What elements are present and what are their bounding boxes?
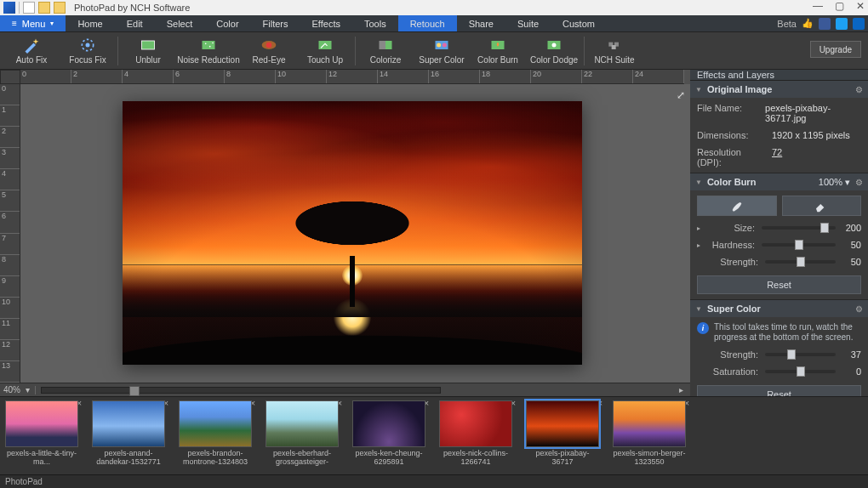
section-super-color: ▼ Super Color ⚙ i This tool takes time t…	[690, 300, 868, 410]
info-icon: i	[697, 322, 709, 334]
tab-filters[interactable]: Filters	[251, 15, 300, 31]
canvas-stage[interactable]: ⤢	[20, 84, 690, 383]
thumb-item[interactable]: ×pexels-ken-cheung-6295891	[352, 400, 425, 474]
target-icon	[77, 37, 98, 54]
size-slider[interactable]: ▸ Size: 200	[697, 223, 861, 233]
suite-icon	[604, 37, 625, 54]
maximize-button[interactable]: ▢	[835, 0, 844, 12]
eraser-tool-button[interactable]	[782, 196, 862, 216]
section-head-supercolor[interactable]: ▼ Super Color ⚙	[690, 300, 868, 317]
tab-color[interactable]: Color	[204, 15, 250, 31]
facebook-icon[interactable]	[819, 18, 831, 30]
svg-rect-4	[203, 41, 215, 49]
open-icon[interactable]	[38, 2, 50, 14]
section-head-colorburn[interactable]: ▼ Color Burn 100% ▾ ⚙	[690, 173, 868, 190]
ruler-horizontal: 02 46 810 1214 1618 2022 24	[20, 70, 684, 84]
gear-icon[interactable]: ⚙	[855, 304, 863, 314]
sc-strength-slider[interactable]: Strength: 37	[697, 349, 861, 360]
strength-slider[interactable]: Strength: 50	[697, 257, 861, 267]
chevron-down-icon: ▼	[695, 86, 702, 94]
tab-edit[interactable]: Edit	[115, 15, 155, 31]
tab-share[interactable]: Share	[457, 15, 505, 31]
gear-icon[interactable]: ⚙	[855, 178, 863, 187]
tool-noise-reduction[interactable]: Noise Reduction	[176, 32, 241, 70]
zoom-bar: 40% ▾ ▸	[0, 383, 690, 396]
eye-icon	[259, 37, 279, 54]
zoom-dropdown-icon[interactable]: ▾	[26, 385, 30, 394]
tab-suite[interactable]: Suite	[505, 15, 551, 31]
expand-icon[interactable]: ▸	[697, 224, 700, 232]
thumb-item[interactable]: ×pexels-anand-dandekar-1532771	[92, 400, 165, 474]
tool-touch-up[interactable]: Touch Up	[297, 32, 353, 70]
svg-point-1	[86, 43, 90, 48]
zoom-value[interactable]: 40%	[3, 385, 20, 394]
like-icon[interactable]: 👍	[802, 18, 814, 29]
linkedin-icon[interactable]	[853, 18, 865, 30]
thumb-item[interactable]: ×pexels-nick-collins-1266741	[439, 400, 512, 474]
tool-red-eye[interactable]: Red-Eye	[241, 32, 297, 70]
tab-tools[interactable]: Tools	[352, 15, 398, 31]
fullscreen-icon[interactable]: ⤢	[677, 89, 683, 101]
hardness-slider[interactable]: ▸ Hardness: 50	[697, 240, 861, 250]
section-head-original[interactable]: ▼ Original Image ⚙	[690, 81, 868, 98]
twitter-icon[interactable]	[836, 18, 848, 30]
tool-unblur[interactable]: Unblur	[120, 32, 176, 70]
tool-auto-fix[interactable]: Auto Fix	[3, 32, 60, 70]
tool-color-burn[interactable]: Color Burn	[470, 32, 526, 70]
original-filename: pexels-pixabay-36717.jpg	[765, 103, 861, 123]
toolbar-sep	[117, 37, 118, 65]
thumb-item[interactable]: ×pexels-eberhard-grossgasteiger-4434...	[266, 400, 339, 474]
tab-custom[interactable]: Custom	[551, 15, 607, 31]
gear-icon[interactable]: ⚙	[855, 85, 863, 94]
chevron-down-icon: ▼	[695, 305, 702, 313]
canvas-zone: 02 46 810 1214 1618 2022 24 01 23 45 67 …	[0, 70, 690, 396]
minimize-button[interactable]: —	[813, 0, 823, 12]
svg-point-15	[443, 43, 447, 48]
layer-opacity[interactable]: 100% ▾	[819, 177, 850, 188]
svg-point-14	[437, 43, 441, 48]
tab-retouch[interactable]: Retouch	[398, 15, 457, 31]
menubar: ≡ Menu Home Edit Select Color Filters Ef…	[0, 15, 868, 32]
side-panel: Effects and Layers ▼ Original Image ⚙ Fi…	[690, 70, 868, 396]
horizontal-scrollbar[interactable]	[41, 387, 441, 394]
ruler-vertical: 01 23 45 67 89 1011 1213	[0, 84, 20, 383]
tool-focus-fix[interactable]: Focus Fix	[60, 32, 116, 70]
menu-button[interactable]: ≡ Menu	[0, 15, 66, 31]
quick-access-toolbar	[3, 2, 66, 14]
super-color-icon	[431, 37, 452, 54]
chevron-down-icon: ▼	[695, 179, 702, 186]
tool-super-color[interactable]: Super Color	[414, 32, 470, 70]
original-dpi[interactable]: 72	[772, 147, 782, 167]
svg-point-6	[209, 46, 211, 48]
canvas-image[interactable]	[123, 101, 582, 365]
upgrade-button[interactable]: Upgrade	[810, 41, 861, 58]
svg-rect-21	[612, 45, 616, 49]
tab-effects[interactable]: Effects	[300, 15, 352, 31]
scroll-right-icon[interactable]: ▸	[675, 385, 687, 394]
sc-saturation-slider[interactable]: Saturation: 0	[697, 366, 861, 377]
new-icon[interactable]	[23, 2, 35, 14]
thumb-item[interactable]: ×pexels-brandon-montrone-1324803	[179, 400, 252, 474]
reset-button[interactable]: Reset	[697, 275, 861, 294]
expand-icon[interactable]: ▸	[697, 241, 700, 249]
tool-nch-suite[interactable]: NCH Suite	[586, 32, 642, 70]
ruler-corner	[0, 70, 20, 84]
svg-point-7	[212, 43, 214, 44]
magic-wand-icon	[21, 37, 42, 54]
colorize-icon	[375, 37, 396, 54]
tool-color-dodge[interactable]: Color Dodge	[526, 32, 582, 70]
thumb-item[interactable]: ×pexels-a-little-&-tiny-ma...	[5, 400, 78, 474]
beta-label: Beta	[777, 19, 797, 29]
main-area: 02 46 810 1214 1618 2022 24 01 23 45 67 …	[0, 70, 868, 396]
save-icon[interactable]	[54, 2, 66, 14]
tab-home[interactable]: Home	[66, 15, 114, 31]
thumb-item[interactable]: ×pexels-simon-berger-1323550	[613, 400, 686, 474]
svg-rect-2	[142, 41, 155, 49]
tab-select[interactable]: Select	[155, 15, 205, 31]
thumb-item[interactable]: ×pexels-pixabay-36717	[526, 400, 599, 474]
toolbar-sep	[355, 37, 356, 65]
brush-tool-button[interactable]	[697, 196, 777, 216]
close-button[interactable]: ✕	[856, 0, 865, 12]
section-original-image: ▼ Original Image ⚙ File Name:pexels-pixa…	[690, 81, 868, 173]
tool-colorize[interactable]: Colorize	[357, 32, 414, 70]
